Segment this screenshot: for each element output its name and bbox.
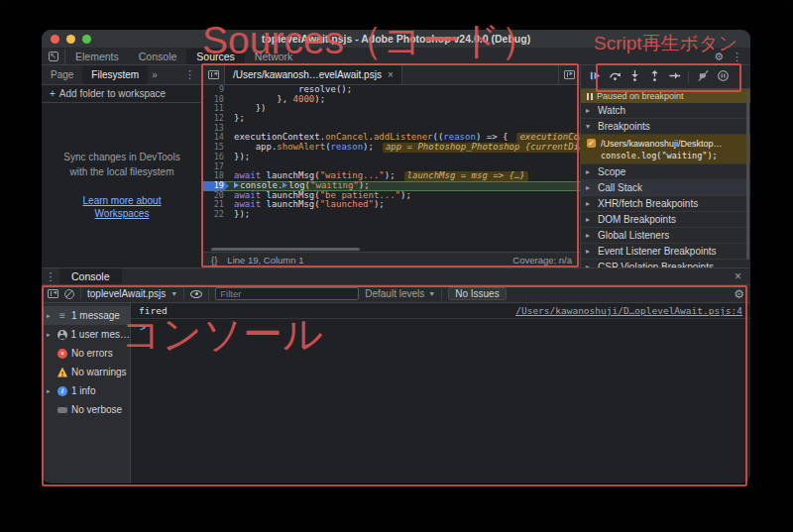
token-p: }); <box>234 209 250 219</box>
tab-console[interactable]: Console <box>129 49 187 64</box>
code-line-15[interactable]: 15 app.showAlert(reason);app = Photoshop… <box>203 143 580 153</box>
console-settings-gear-icon[interactable]: ⚙ <box>734 287 744 301</box>
section-dom-breakpoints[interactable]: ▸DOM Breakpoints <box>581 212 750 228</box>
token-prop: addListener <box>374 132 433 142</box>
line-number[interactable]: 18 <box>203 171 229 181</box>
chevron-collapsed-icon: ▸ <box>586 167 594 176</box>
navigator-tab-filesystem[interactable]: Filesystem <box>82 65 148 84</box>
resume-icon <box>589 68 602 86</box>
source-code[interactable]: 9 resolve();10 }, 4000);11 })12};1314exe… <box>203 85 580 246</box>
warning-icon: ! <box>57 368 67 377</box>
show-console-sidebar-icon[interactable] <box>48 289 58 298</box>
tab-bar-right: ⚙ ⋮ <box>714 49 750 64</box>
section-breakpoints[interactable]: ▾Breakpoints <box>581 119 750 135</box>
drawer-menu-icon[interactable]: ⋮ <box>42 268 59 284</box>
chevron-collapsed-icon: ▸ <box>47 331 54 339</box>
editor-options-button[interactable] <box>558 65 580 84</box>
step-over-icon <box>609 68 622 86</box>
code-text: app.showAlert(reason); <box>229 143 374 153</box>
debugger-sidebar: Paused on breakpoint ▸Watch▾Breakpoints✓… <box>580 65 750 267</box>
sidebar-scrollbar[interactable] <box>746 91 749 260</box>
section-xhr-fetch-breakpoints[interactable]: ▸XHR/fetch Breakpoints <box>581 196 750 212</box>
token-p: (( <box>433 132 444 142</box>
breakpoint-entry[interactable]: ✓/Users/kawanoshuji/Desktop…console.log(… <box>581 135 750 164</box>
chevron-collapsed-icon: ▸ <box>586 231 594 240</box>
file-tab[interactable]: /Users/kawanosh…evelAwait.psjs × <box>225 65 402 84</box>
step-out-button[interactable] <box>646 69 662 85</box>
code-line-11[interactable]: 11 }) <box>203 104 580 114</box>
title-bar: toplevelAwait.psjs - Adobe Photoshop v24… <box>42 30 750 49</box>
console-source-link[interactable]: /Users/kawanoshuji/D…oplevelAwait.psjs:4 <box>515 305 742 316</box>
token-p: launchMsg( <box>261 170 320 180</box>
execution-position-marker[interactable] <box>234 182 239 188</box>
console-filter-no-errors[interactable]: ×No errors <box>42 344 130 363</box>
token-p: app. <box>234 142 277 152</box>
code-line-16[interactable]: 16}); <box>203 153 580 162</box>
filter-label: No verbose <box>71 404 122 415</box>
token-p: resolve(); <box>234 85 352 94</box>
breakpoint-checkbox[interactable]: ✓ <box>587 139 596 148</box>
section-global-listeners[interactable]: ▸Global Listeners <box>581 228 750 244</box>
window-title: toplevelAwait.psjs - Adobe Photoshop v24… <box>42 33 750 45</box>
more-tabs-chevron[interactable]: » <box>148 65 162 84</box>
pause-on-exceptions-button[interactable] <box>715 69 731 85</box>
add-folder-button[interactable]: + Add folder to workspace <box>42 85 202 103</box>
continue-to-location-marker[interactable] <box>283 182 287 188</box>
code-line-22[interactable]: 22}); <box>203 210 580 220</box>
console-prompt[interactable]: > <box>131 319 750 335</box>
section-scope[interactable]: ▸Scope <box>581 164 750 180</box>
navigator-menu-icon[interactable]: ⋮ <box>177 65 202 84</box>
code-line-21[interactable]: 21await launchMsg("launched"); <box>203 200 580 210</box>
settings-gear-icon[interactable]: ⚙ <box>714 51 724 63</box>
inspect-element-button[interactable]: ↖ <box>42 49 65 64</box>
line-number[interactable]: 22 <box>203 210 229 220</box>
console-filter-1-info[interactable]: ▸i1 info <box>42 381 130 400</box>
token-p: ); <box>374 199 385 209</box>
resume-button[interactable] <box>587 69 603 85</box>
more-options-icon[interactable]: ⋮ <box>732 51 742 63</box>
scrollbar-thumb[interactable] <box>211 248 360 251</box>
panel-tabs: ElementsConsoleSourcesNetwork <box>65 49 302 64</box>
close-drawer-icon[interactable]: × <box>726 268 750 284</box>
add-folder-label: Add folder to workspace <box>59 88 166 99</box>
javascript-context-select[interactable]: toplevelAwait.psjs ▼ <box>87 288 177 299</box>
section-call-stack[interactable]: ▸Call Stack <box>581 180 750 196</box>
tab-network[interactable]: Network <box>245 49 303 64</box>
deactivate-breakpoints-button[interactable] <box>695 69 711 85</box>
tab-console-drawer[interactable]: Console <box>59 268 122 284</box>
console-filter-no-warnings[interactable]: !No warnings <box>42 363 130 381</box>
console-filter-no-verbose[interactable]: No verbose <box>42 400 130 419</box>
live-expression-eye-icon[interactable] <box>190 290 202 298</box>
error-icon: × <box>57 349 67 359</box>
console-filter-1-user-mes-[interactable]: ▸1 user mes… <box>42 325 130 344</box>
close-file-tab-icon[interactable]: × <box>388 69 394 80</box>
console-filter-input[interactable] <box>215 287 359 300</box>
sources-panel: PageFilesystem » ⋮ + Add folder to works… <box>42 65 750 267</box>
tab-elements[interactable]: Elements <box>65 49 129 64</box>
section-event-listener-breakpoints[interactable]: ▸Event Listener Breakpoints <box>581 244 750 260</box>
step-into-button[interactable] <box>626 69 642 85</box>
devtools-tab-bar: ↖ ElementsConsoleSourcesNetwork ⚙ ⋮ <box>42 49 750 65</box>
pretty-print-icon[interactable]: {} <box>211 255 217 266</box>
section-label: Breakpoints <box>598 121 650 132</box>
step-icon <box>668 68 681 86</box>
issues-counter[interactable]: No Issues <box>448 287 506 300</box>
console-message-row[interactable]: fired /Users/kawanoshuji/D…oplevelAwait.… <box>131 303 750 319</box>
token-p: ); <box>363 142 374 152</box>
chevron-collapsed-icon: ▸ <box>586 106 594 115</box>
workspaces-link-line2[interactable]: Workspaces <box>83 207 162 220</box>
log-levels-select[interactable]: Default levels ▼ <box>365 288 435 299</box>
section-watch[interactable]: ▸Watch <box>581 103 750 119</box>
navigator-tab-page[interactable]: Page <box>42 65 82 84</box>
section-csp-violation-breakpoints[interactable]: ▸CSP Violation Breakpoints <box>581 260 750 267</box>
console-filter-1-message[interactable]: ▸≡1 message <box>42 306 130 325</box>
step-over-button[interactable] <box>607 69 623 85</box>
token-k: await <box>234 199 261 209</box>
clear-console-icon[interactable] <box>64 289 74 299</box>
inline-eval-value: launchMsg = msg => {…} <box>404 171 528 181</box>
code-line-12[interactable]: 12}; <box>203 114 580 124</box>
tab-sources[interactable]: Sources <box>186 49 245 64</box>
workspaces-link-line1[interactable]: Learn more about <box>83 194 162 207</box>
step-button[interactable] <box>666 69 682 85</box>
hide-navigator-button[interactable] <box>203 65 225 84</box>
